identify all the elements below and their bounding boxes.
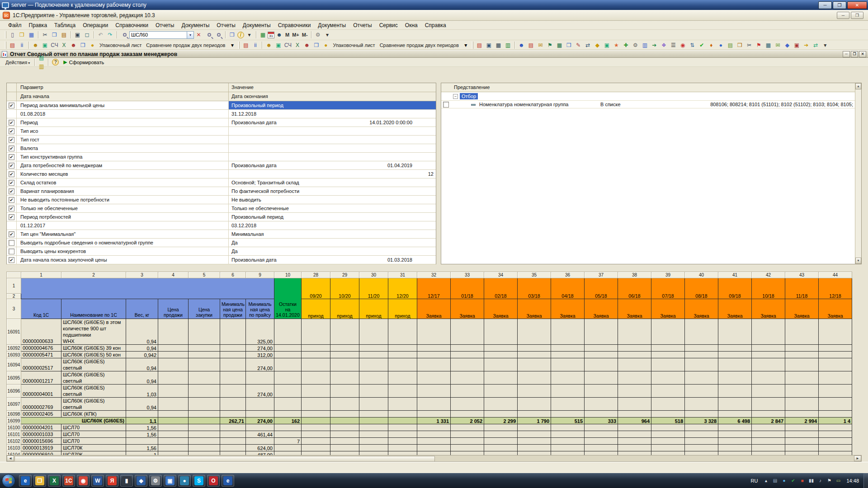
zayavka-cell[interactable] [518, 385, 551, 398]
zayavka-cell[interactable] [484, 411, 518, 418]
code-cell[interactable]: 00000013919 [21, 445, 61, 451]
parameter-row[interactable]: ✔Склад остатковОсновной; Транзитный скла… [7, 178, 436, 187]
row-number-header[interactable]: 16103 [7, 445, 21, 451]
parameter-name[interactable]: Не выводить постоянные потребности [17, 196, 229, 204]
prihod-cell[interactable] [330, 451, 359, 455]
zayavka-cell[interactable] [484, 319, 518, 345]
toolbar-icon[interactable]: ✉ [536, 41, 545, 49]
column-number-header[interactable]: 30 [359, 272, 388, 278]
prihod-cell[interactable] [359, 431, 388, 438]
min-list-price-cell[interactable] [246, 398, 274, 411]
zayavka-cell[interactable] [785, 438, 819, 445]
order-cart-icon[interactable]: ▣ [41, 41, 49, 49]
code-cell[interactable]: 00000002517 [21, 358, 61, 371]
column-number-header[interactable]: 34 [484, 272, 518, 278]
row-number-header[interactable]: 16104 [7, 451, 21, 455]
filter-item-row[interactable]: Номенклатура номенклатурная группа В спи… [441, 100, 861, 108]
prihod-cell[interactable] [302, 345, 330, 352]
zayavka-cell[interactable] [451, 411, 484, 418]
zayavka-cell[interactable] [651, 431, 685, 438]
parameter-checkbox[interactable]: ✔ [9, 171, 14, 177]
parameter-value[interactable]: 31.12.2018 [229, 110, 436, 118]
sale-price-cell[interactable] [158, 431, 189, 438]
zayavka-cell[interactable] [518, 319, 551, 345]
column-number-header[interactable]: 2 [61, 272, 126, 278]
excel-button[interactable]: X [48, 475, 61, 487]
zayavka-cell[interactable] [651, 398, 685, 411]
zayavka-label-cell[interactable]: Заявка [718, 299, 752, 319]
help-icon[interactable]: ? [52, 59, 59, 66]
zayavka-cell[interactable] [752, 431, 785, 438]
opera-button[interactable]: O [207, 475, 220, 487]
stock-cell[interactable] [274, 352, 302, 358]
zayavka-cell[interactable] [651, 319, 685, 345]
zayavka-cell[interactable] [785, 319, 819, 345]
parameter-value[interactable]: Произвольная дата14.01.2020 0:00:00 [229, 118, 436, 127]
report-close-button[interactable]: ✕ [859, 51, 866, 57]
column-number-header[interactable]: 40 [685, 272, 718, 278]
zayavka-month-cell[interactable]: 11/18 [785, 278, 819, 299]
zayavka-cell[interactable] [651, 411, 685, 418]
coins-icon[interactable]: ● [88, 41, 97, 49]
zayavka-month-cell[interactable]: 06/18 [618, 278, 651, 299]
weight-cell[interactable]: 0,94 [126, 371, 158, 385]
parameter-row[interactable]: ✔Тип конструктивная группа [7, 153, 436, 161]
prihod-cell[interactable] [330, 385, 359, 398]
volume-icon[interactable]: ♪ [816, 477, 824, 484]
row-number-header[interactable]: 1 [7, 278, 21, 294]
zayavka-cell[interactable]: 518 [651, 418, 685, 424]
weight-cell[interactable]: 0,94 [126, 319, 158, 345]
code-cell[interactable]: 00000006910 [21, 451, 61, 455]
weight-cell[interactable]: 0,942 [126, 352, 158, 358]
zayavka-cell[interactable] [551, 438, 585, 445]
invoice-icon[interactable]: СЧ [283, 41, 292, 49]
zayavka-cell[interactable] [718, 371, 752, 385]
parameter-value[interactable]: Минимальная [229, 230, 436, 238]
info-icon[interactable]: i [237, 32, 244, 38]
zayavka-cell[interactable] [551, 431, 585, 438]
weight-cell[interactable] [126, 411, 158, 418]
prihod-cell[interactable] [388, 385, 417, 398]
rdp-close-button[interactable]: ✕ [847, 1, 867, 9]
min-sale-price-cell[interactable]: 262,71 [220, 418, 246, 424]
prihod-cell[interactable] [302, 438, 330, 445]
stock-cell[interactable]: 162 [274, 418, 302, 424]
zayavka-cell[interactable] [585, 352, 618, 358]
sale-price-cell[interactable] [158, 451, 189, 455]
zayavka-cell[interactable] [752, 345, 785, 352]
purchase-price-cell[interactable] [189, 352, 220, 358]
zayavka-cell[interactable] [718, 358, 752, 371]
zayavka-cell[interactable] [518, 451, 551, 455]
weight-cell[interactable]: 0,94 [126, 398, 158, 411]
zayavka-cell[interactable] [417, 424, 451, 431]
stock-cell[interactable] [274, 358, 302, 371]
parameter-value[interactable] [229, 136, 436, 144]
row-number-header[interactable]: 16097 [7, 398, 21, 411]
column-number-header[interactable]: 32 [417, 272, 451, 278]
rdp-maximize-button[interactable]: ❐ [833, 1, 846, 9]
weight-cell[interactable] [126, 438, 158, 445]
zayavka-cell[interactable]: 515 [551, 418, 585, 424]
name-cell[interactable]: ШСЛ60К (GI60ES) в этом количестве 900 шт… [61, 319, 126, 345]
menu-item-6[interactable]: Отчеты [152, 21, 178, 29]
parameter-row[interactable]: ✔Период потрбеностейПроизвольный период [7, 213, 436, 221]
column-number-header[interactable]: 1 [21, 272, 61, 278]
toolbar-icon[interactable]: ☻ [517, 41, 526, 49]
min-sale-price-cell[interactable] [220, 385, 246, 398]
zayavka-cell[interactable] [518, 411, 551, 418]
parameter-row[interactable]: ✔Дата начала поиска закупочной ценыПроиз… [7, 256, 436, 264]
prihod-cell[interactable] [302, 424, 330, 431]
menu-item-2[interactable]: Правка [25, 21, 51, 29]
zayavka-label-cell[interactable]: Заявка [417, 299, 451, 319]
prihod-cell[interactable] [330, 411, 359, 418]
stock-cell[interactable] [274, 451, 302, 455]
name-cell[interactable]: ШСЛ60К (GI60ES) светлый [61, 398, 126, 411]
column-number-header[interactable]: 10 [274, 272, 302, 278]
zayavka-cell[interactable] [752, 424, 785, 431]
zayavka-cell[interactable] [651, 385, 685, 398]
row-number-header[interactable]: 3 [7, 299, 21, 319]
toolbar-icon[interactable]: ⚑ [755, 41, 763, 49]
toolbar-icon[interactable]: ⇅ [688, 41, 697, 49]
zayavka-cell[interactable] [451, 398, 484, 411]
row-number-header[interactable]: 16091 [7, 319, 21, 345]
